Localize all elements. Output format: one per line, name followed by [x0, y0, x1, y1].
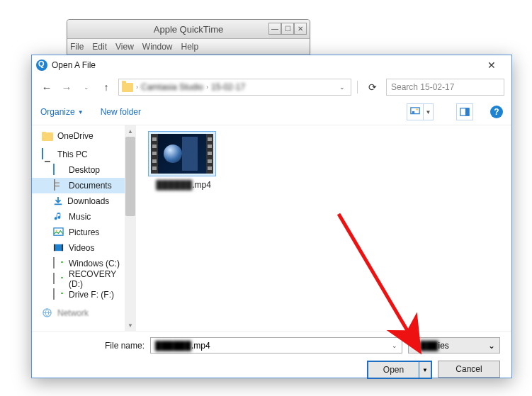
drive-icon	[53, 273, 64, 285]
cancel-button[interactable]: Cancel	[438, 361, 500, 378]
breadcrumb-dropdown-icon[interactable]: ⌄	[339, 84, 345, 91]
organize-label: Organize	[40, 107, 75, 117]
minimize-icon[interactable]: —	[268, 23, 281, 35]
menu-edit[interactable]: Edit	[92, 42, 107, 52]
folder-tree: OneDrive This PC Desktop Documents	[32, 125, 125, 324]
pc-icon	[42, 149, 53, 160]
chevron-down-icon: ▼	[78, 109, 84, 115]
view-mode-dropdown[interactable]: ▼	[424, 103, 434, 120]
sidebar-item-music[interactable]: Music	[32, 209, 125, 225]
sidebar-scrollbar[interactable]: ▲ ▼	[125, 125, 136, 331]
open-dropdown-button[interactable]: ▼	[419, 361, 431, 378]
file-name-label: ██████.mp4	[148, 180, 219, 190]
breadcrumb-seg2[interactable]: 15-02-17	[211, 82, 245, 92]
quicktime-menubar: File Edit View Window Help	[67, 39, 310, 55]
svg-point-2	[416, 108, 418, 111]
pictures-icon	[53, 227, 64, 238]
nav-row: ← → ⌄ ↑ › Camtasia Studio › 15-02-17 ⌄ ⟳…	[32, 75, 511, 99]
drive-icon	[53, 289, 64, 300]
menu-window[interactable]: Window	[142, 42, 173, 52]
sidebar-item-documents[interactable]: Documents	[32, 178, 125, 193]
view-mode-button[interactable]	[407, 103, 424, 120]
svg-rect-9	[54, 244, 55, 251]
quicktime-titlebar: Apple QuickTime — ☐ ✕	[67, 20, 310, 39]
organize-button[interactable]: Organize ▼	[40, 107, 84, 117]
open-button[interactable]: Open	[368, 361, 419, 378]
nav-back-button[interactable]: ←	[39, 79, 55, 95]
sidebar-item-drive-f[interactable]: Drive F: (F:)	[32, 287, 125, 302]
sidebar-label: Desktop	[69, 165, 100, 175]
new-folder-button[interactable]: New folder	[101, 107, 141, 117]
main-area: OneDrive This PC Desktop Documents	[32, 125, 511, 332]
sidebar-label: Windows (C:)	[69, 259, 120, 268]
globe-icon	[164, 145, 182, 163]
svg-rect-5	[55, 204, 62, 205]
svg-point-7	[55, 230, 57, 231]
sidebar-item-downloads[interactable]: Downloads	[32, 193, 125, 209]
help-button[interactable]: ?	[490, 106, 503, 118]
file-item[interactable]: ██████.mp4	[148, 131, 219, 190]
sidebar-label: RECOVERY (D:)	[69, 269, 125, 289]
sidebar-label: This PC	[57, 149, 88, 159]
menu-file[interactable]: File	[70, 42, 84, 52]
svg-rect-4	[465, 108, 469, 116]
sidebar-label: Documents	[69, 181, 112, 191]
network-icon	[42, 307, 53, 319]
filename-input[interactable]: ██████.mp4 ⌄	[150, 337, 402, 353]
nav-forward-button[interactable]: →	[59, 79, 74, 95]
sidebar-item-onedrive[interactable]: OneDrive	[32, 128, 125, 144]
quicktime-title: Apple QuickTime	[154, 24, 224, 35]
dialog-close-button[interactable]: ✕	[476, 55, 507, 75]
filename-label: File name:	[105, 341, 145, 351]
desktop-icon	[53, 164, 64, 176]
videos-icon	[53, 242, 64, 254]
scroll-thumb[interactable]	[125, 137, 135, 216]
file-thumbnail	[148, 131, 216, 176]
sidebar-item-desktop[interactable]: Desktop	[32, 162, 125, 178]
sidebar-label: Music	[69, 212, 91, 222]
search-input[interactable]: Search 15-02-17	[386, 79, 504, 96]
sidebar-label: Pictures	[69, 227, 99, 237]
menu-help[interactable]: Help	[181, 42, 199, 52]
download-icon	[53, 196, 63, 206]
folder-icon	[42, 132, 53, 141]
chevron-down-icon[interactable]: ⌄	[392, 342, 397, 349]
preview-pane-button[interactable]	[456, 103, 473, 120]
separator	[357, 81, 358, 94]
menu-view[interactable]: View	[115, 42, 134, 52]
sidebar-item-videos[interactable]: Videos	[32, 240, 125, 256]
dialog-title: Open A File	[52, 60, 96, 70]
nav-recent-dropdown[interactable]: ⌄	[79, 79, 94, 95]
sidebar-item-recovery-d[interactable]: RECOVERY (D:)	[32, 271, 125, 287]
music-icon	[53, 211, 64, 222]
breadcrumb-seg1[interactable]: Camtasia Studio	[141, 82, 203, 92]
chevron-icon: ›	[206, 84, 208, 91]
svg-rect-10	[62, 244, 63, 251]
maximize-icon[interactable]: ☐	[281, 23, 294, 35]
search-placeholder: Search 15-02-17	[391, 82, 454, 92]
close-icon[interactable]: ✕	[294, 23, 307, 35]
sidebar: OneDrive This PC Desktop Documents	[32, 125, 137, 331]
sidebar-item-this-pc[interactable]: This PC	[32, 147, 125, 162]
filetype-select[interactable]: M███ies ⌄	[408, 337, 500, 353]
dialog-titlebar: Open A File ✕	[32, 55, 511, 75]
sidebar-label: Downloads	[67, 196, 109, 206]
chevron-down-icon: ⌄	[488, 341, 495, 351]
sidebar-label: Videos	[69, 243, 94, 253]
folder-icon	[122, 83, 133, 92]
sidebar-item-network[interactable]: Network	[32, 305, 125, 321]
scroll-down-icon[interactable]: ▼	[125, 319, 136, 331]
file-pane[interactable]: ██████.mp4	[137, 125, 511, 331]
svg-rect-1	[412, 111, 415, 113]
scroll-up-icon[interactable]: ▲	[125, 125, 136, 137]
document-icon	[53, 180, 64, 191]
breadcrumb-bar[interactable]: › Camtasia Studio › 15-02-17 ⌄	[118, 79, 351, 96]
chevron-icon: ›	[136, 84, 138, 91]
sidebar-label: Network	[57, 308, 89, 318]
quicktime-icon	[36, 60, 47, 71]
refresh-button[interactable]: ⟳	[363, 78, 382, 96]
open-button-group: Open ▼	[367, 361, 432, 379]
nav-up-button[interactable]: ↑	[98, 79, 114, 95]
sidebar-item-pictures[interactable]: Pictures	[32, 225, 125, 240]
dialog-bottom-panel: File name: ██████.mp4 ⌄ M███ies ⌄ Open ▼…	[32, 332, 511, 390]
